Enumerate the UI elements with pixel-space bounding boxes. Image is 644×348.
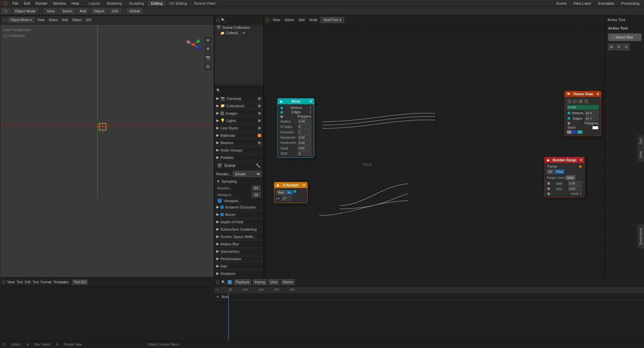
ncon-randomphi-input[interactable] [298, 140, 311, 145]
a-number-close-icon[interactable]: ✕ [303, 183, 305, 187]
materials-title[interactable]: ▶ Materials ● [214, 132, 263, 139]
marker-btn[interactable]: Marker [281, 279, 295, 285]
viewer-edges-input[interactable] [585, 116, 598, 121]
ncon-seed-input[interactable] [298, 146, 311, 151]
viewport-mode-icon[interactable]: ⬡ [2, 18, 6, 22]
props-search-icon[interactable]: 🔍 [216, 89, 220, 92]
node-tree-selector[interactable]: NodeTree ▾ [321, 17, 344, 23]
view-btn[interactable]: View [44, 8, 58, 14]
meshes-title[interactable]: ▶ Meshes ● [214, 139, 263, 146]
ao-checkbox[interactable] [220, 206, 224, 209]
range-step-btn[interactable]: Step [566, 175, 575, 180]
bloom-title[interactable]: ▶ Bloom [214, 211, 263, 218]
range-step-input[interactable] [568, 186, 582, 191]
select-btn[interactable]: Select [59, 8, 75, 14]
viewer-matte-color[interactable] [592, 126, 598, 129]
viewport-samples-value[interactable]: 16 [252, 192, 261, 197]
viewer-icon4[interactable]: ✕ [584, 99, 589, 104]
number-range-node[interactable]: ◆ Number Range ✕ Range Int Float Range C… [544, 157, 585, 197]
zoom-to-fit-icon[interactable]: ⊕ [204, 37, 212, 44]
viewer-icon3[interactable]: ⊞ [578, 99, 583, 104]
tab-layout[interactable]: Layout [86, 1, 103, 6]
motion-blur-title[interactable]: ▶ Motion Blur [214, 240, 263, 247]
gis-btn[interactable]: GIS [109, 8, 121, 14]
ncon-close-icon[interactable]: ✕ [309, 100, 312, 103]
lights-title[interactable]: ▶ 💡 Lights ● [214, 117, 263, 124]
bake-btn[interactable]: BAKE [567, 105, 599, 110]
range-start-input[interactable] [568, 181, 582, 186]
range-float-btn[interactable]: Float [554, 169, 565, 174]
viewer-draw-node[interactable]: 👁 Viewer Draw ✕ ⬡ ▷ ⊞ ✕ BAKE Vertices [565, 91, 601, 136]
ncon-node[interactable]: ◆ NGon ✕ Vertices 1 Edges 1 [277, 98, 314, 158]
render-engine-select[interactable]: Eevee [233, 171, 261, 177]
range-int-btn[interactable]: Int [547, 169, 553, 174]
hair-title[interactable]: ▶ Hair [214, 263, 263, 270]
object-btn[interactable]: Object [91, 8, 107, 14]
menu-render[interactable]: Render [33, 1, 50, 6]
palettes-title[interactable]: ▶ Palettes [214, 154, 263, 161]
ncon-shift-input[interactable] [298, 151, 311, 156]
number-range-close-icon[interactable]: ✕ [580, 158, 582, 162]
swatch-teal[interactable] [578, 130, 582, 134]
volumetrics-title[interactable]: ▶ Volumetrics [214, 248, 263, 255]
shadows-title[interactable]: ▶ Shadows [214, 270, 263, 277]
viewer-icon1[interactable]: ⬡ [567, 99, 572, 104]
ncon-radius-input[interactable] [298, 119, 311, 124]
text-text-btn[interactable]: Text [17, 280, 23, 284]
collection-item[interactable]: 📁 Collecti... 👁 [218, 30, 263, 36]
scene-selector[interactable]: Scene [554, 1, 569, 6]
viewport-object-mode[interactable]: Object Mode ▾ [7, 17, 35, 23]
node-node-btn[interactable]: Node [308, 17, 319, 22]
select-box-btn[interactable]: ⬚ Select Box [608, 34, 641, 41]
menu-file[interactable]: File [10, 1, 21, 6]
keying-btn[interactable]: Keying [253, 279, 267, 285]
tab-modeling[interactable]: Modeling [104, 1, 125, 6]
tool-tab[interactable]: Tool [638, 135, 644, 148]
render-samples-value[interactable]: 64 [252, 185, 261, 191]
global-btn[interactable]: Global [126, 8, 143, 14]
pan-icon[interactable]: ✥ [204, 45, 212, 53]
dof-title[interactable]: ▶ Depth of Field [214, 218, 263, 225]
scene-tool-icon[interactable]: 🔧 [256, 163, 261, 168]
a-number-val-input[interactable] [282, 196, 292, 201]
tab-sculpting[interactable]: Sculpting [125, 1, 147, 6]
timeline-body[interactable]: ▼ Sum [214, 293, 644, 347]
camera-icon[interactable]: 📷 [204, 54, 212, 61]
text-file-selector[interactable]: Text.001 [72, 280, 88, 285]
outliner-search-icon[interactable]: 🔍 [221, 18, 225, 22]
viewport-gis-btn[interactable]: GIS [84, 17, 93, 22]
ambient-occlusion-title[interactable]: ▶ Ambient Occlusion [214, 204, 263, 211]
view-tab[interactable]: View [638, 148, 644, 162]
menu-help[interactable]: Help [69, 1, 82, 6]
timeline-search-icon[interactable]: 🔍 [221, 280, 225, 284]
bloom-checkbox[interactable] [220, 213, 224, 216]
text-templates-btn[interactable]: Templates [53, 280, 69, 284]
collections-title[interactable]: ▶ 📁 Collections ● [214, 102, 263, 109]
tool-settings-icon[interactable]: ⚙ [615, 44, 622, 50]
text-view-btn[interactable]: View [7, 280, 15, 284]
text-format-btn[interactable]: Format [41, 280, 51, 284]
sampling-title[interactable]: ▼ Sampling [214, 178, 263, 185]
viewport-body[interactable]: User Perspective (1) Collection ⊕ ✥ 📷 ⊞ [0, 24, 214, 277]
node-add-btn[interactable]: Add [297, 17, 306, 22]
visibility-icon[interactable]: 👁 [242, 31, 246, 35]
node-select-btn[interactable]: Select [283, 17, 296, 22]
menu-edit[interactable]: Edit [21, 1, 33, 6]
viewport-view-btn[interactable]: View [36, 17, 46, 22]
a-number-float-btn[interactable]: float [276, 190, 285, 195]
viewport-select-btn[interactable]: Select [47, 17, 59, 22]
blender-logo-icon[interactable]: ⬡ [1, 1, 9, 6]
viewer-draw-close-icon[interactable]: ✕ [596, 92, 599, 96]
swatch-gray[interactable] [567, 130, 572, 134]
scene-collection-item[interactable]: 🎬 Scene Collection [214, 24, 263, 30]
text-edit-btn[interactable]: Edit [25, 280, 31, 284]
text-select-btn[interactable]: Text [33, 280, 39, 284]
node-groups-title[interactable]: ▶ Node Groups [214, 147, 263, 154]
ssr-title[interactable]: ▶ Screen Space Refle... [214, 233, 263, 240]
object-mode-btn[interactable]: Object Mode [12, 8, 39, 14]
grid-icon[interactable]: ⊞ [204, 63, 212, 70]
a-number-node[interactable]: ◆ A Number ✕ float int int [274, 182, 308, 203]
sum-arrow[interactable]: ▼ [216, 295, 219, 299]
images-title[interactable]: ▶ 🖼 Images ● [214, 110, 263, 117]
viewer-icon2[interactable]: ▷ [573, 99, 577, 104]
